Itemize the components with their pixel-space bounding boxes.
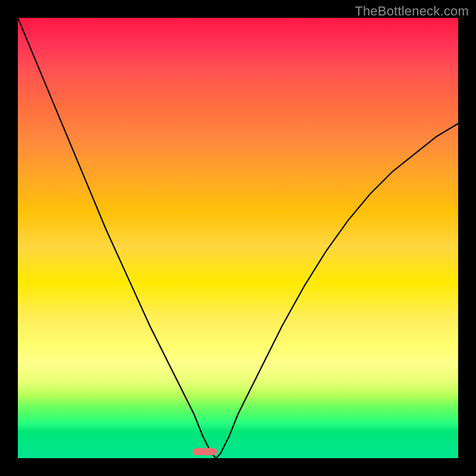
optimal-marker xyxy=(193,448,217,455)
chart-container: TheBottleneck.com xyxy=(0,0,476,476)
plot-area xyxy=(18,18,458,458)
watermark-text: TheBottleneck.com xyxy=(355,4,469,19)
